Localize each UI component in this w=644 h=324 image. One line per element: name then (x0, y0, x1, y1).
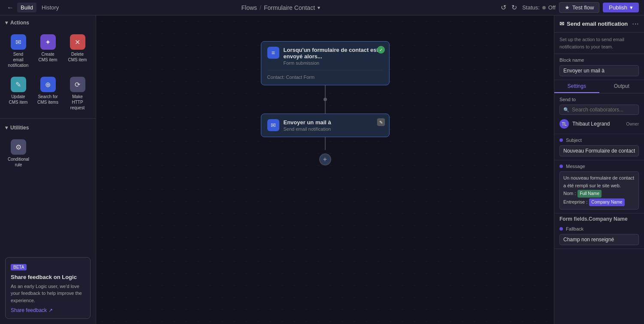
block-search-cms[interactable]: ⊕ Search for CMS items (35, 74, 61, 113)
topbar: ← Build History Flows / Formulaire Conta… (0, 0, 644, 15)
trigger-contact: Contact: Contact Form (267, 75, 383, 80)
add-step-button[interactable]: + (319, 153, 331, 165)
panel-header: ✉ Send email notification ⋯ (554, 15, 644, 33)
title-separator: / (260, 4, 261, 11)
utilities-section-title[interactable]: ▾ Utilities (0, 120, 96, 133)
block-http[interactable]: ⟳ Make HTTP request (64, 74, 91, 113)
search-collaborators-box[interactable]: 🔍 (559, 105, 639, 115)
collaborator-avatar: TL (559, 119, 569, 129)
send-email-icon: ✉ (11, 34, 26, 50)
test-flow-button[interactable]: ★ Test flow (559, 2, 600, 13)
block-name-input[interactable] (559, 65, 639, 76)
search-cms-icon: ⊕ (40, 77, 56, 92)
test-flow-label: Test flow (572, 4, 594, 11)
action-icon: ✉ (267, 119, 279, 131)
publish-label: Publish (609, 4, 627, 11)
beta-badge: BETA (11, 264, 27, 270)
connector-2 (325, 137, 326, 150)
share-feedback-link[interactable]: Share feedback ↗ (11, 307, 85, 313)
trigger-node[interactable]: ≡ Lorsqu'un formulaire de contact est en… (261, 41, 390, 85)
action-node-header: ✉ Envoyer un mail à Send email notificat… (267, 119, 383, 132)
block-update-cms[interactable]: ✎ Update CMS item (5, 74, 31, 113)
undo-button[interactable]: ↺ (499, 2, 508, 13)
create-cms-label: Create CMS item (37, 51, 58, 63)
tag-company-name[interactable]: Company Name (589, 198, 624, 206)
flow-title: Flows / Formulaire Contact ▾ (242, 4, 320, 11)
fallback-label: Fallback (559, 226, 639, 231)
message-text-1: Un nouveau formulaire de contact a été r… (563, 175, 634, 188)
http-label: Make HTTP request (67, 94, 88, 111)
trigger-icon: ≡ (267, 47, 279, 59)
send-to-label: Send to (559, 97, 639, 102)
history-tab[interactable]: History (38, 3, 62, 12)
delete-cms-icon: ✕ (70, 34, 85, 50)
subject-input[interactable] (559, 145, 639, 156)
message-label-text: Message (566, 164, 585, 169)
block-send-email[interactable]: ✉ Send email notification (5, 32, 31, 71)
send-to-section: Send to 🔍 TL Thibaut Legrand Owner (554, 93, 644, 134)
fallback-input[interactable] (559, 234, 639, 245)
publish-chevron: ▾ (630, 4, 633, 11)
topbar-left: ← Build History (5, 2, 62, 13)
panel-title-text: Send email notification (567, 21, 628, 27)
output-tab[interactable]: Output (599, 80, 644, 93)
beta-desc: As an early Logic user, we'd love your f… (11, 283, 85, 304)
share-feedback-icon: ↗ (48, 307, 53, 313)
fallback-section: Fallback (554, 223, 644, 249)
trigger-subtitle: Form submission (284, 60, 383, 66)
flows-breadcrumb: Flows (242, 4, 257, 11)
star-icon: ★ (565, 4, 570, 11)
block-conditional[interactable]: ⚙ Conditional rule (5, 137, 32, 170)
conditional-label: Conditional rule (8, 156, 29, 168)
update-cms-icon: ✎ (11, 77, 26, 92)
status-label: Status: (522, 4, 539, 11)
update-cms-label: Update CMS item (8, 94, 29, 105)
build-tab[interactable]: Build (17, 3, 36, 12)
collaborator-name: Thibaut Legrand (572, 121, 623, 127)
actions-arrow: ▾ (5, 20, 8, 26)
connector-line-3 (325, 137, 326, 150)
message-entreprise: Entreprise : (563, 199, 589, 204)
status-value: Off (548, 4, 556, 11)
actions-label: Actions (10, 20, 29, 26)
back-button[interactable]: ← (5, 2, 15, 13)
action-node[interactable]: ✉ Envoyer un mail à Send email notificat… (261, 114, 390, 137)
utilities-label: Utilities (10, 125, 29, 131)
block-name-section: Block name (554, 54, 644, 80)
publish-button[interactable]: Publish ▾ (603, 3, 639, 12)
connector-line-2 (325, 101, 326, 114)
panel-tabs: Settings Output (554, 80, 644, 93)
collaborator-item: TL Thibaut Legrand Owner (559, 117, 639, 130)
conditional-icon: ⚙ (11, 139, 26, 155)
title-chevron[interactable]: ▾ (317, 5, 320, 11)
status-area: Status: Off (522, 4, 556, 11)
form-fields-label: Form fields.Company Name (554, 213, 644, 223)
block-delete-cms[interactable]: ✕ Delete CMS item (64, 32, 91, 71)
trigger-node-header: ≡ Lorsqu'un formulaire de contact est en… (267, 47, 383, 66)
canvas[interactable]: ≡ Lorsqu'un formulaire de contact est en… (96, 15, 554, 324)
fallback-label-text: Fallback (566, 226, 584, 231)
block-create-cms[interactable]: ✦ Create CMS item (35, 32, 61, 71)
subject-label: Subject (559, 138, 639, 143)
trigger-content: Lorsqu'un formulaire de contact est envo… (284, 47, 383, 66)
panel-more-button[interactable]: ⋯ (632, 20, 639, 28)
search-collaborators-input[interactable] (572, 107, 636, 113)
main-area: ▾ Actions ✉ Send email notification ✦ Cr… (0, 15, 644, 324)
action-edit-icon[interactable]: ✎ (377, 118, 385, 126)
trigger-divider (267, 70, 383, 70)
actions-section-title[interactable]: ▾ Actions (0, 15, 96, 28)
fallback-dot (559, 227, 563, 231)
panel-description: Set up the action to send email notifica… (554, 33, 644, 54)
actions-grid: ✉ Send email notification ✦ Create CMS i… (0, 28, 96, 117)
message-content[interactable]: Un nouveau formulaire de contact a été r… (559, 171, 639, 210)
subject-section: Subject (554, 134, 644, 160)
settings-tab[interactable]: Settings (554, 80, 599, 93)
create-cms-icon: ✦ (40, 34, 56, 50)
panel-title: ✉ Send email notification (559, 21, 628, 27)
flow-container: ≡ Lorsqu'un formulaire de contact est en… (261, 41, 390, 165)
status-dot (542, 6, 546, 9)
tag-full-name[interactable]: Full Name (577, 190, 602, 198)
redo-button[interactable]: ↻ (510, 2, 519, 13)
sidebar-divider (0, 118, 96, 119)
action-title: Envoyer un mail à (284, 119, 383, 126)
